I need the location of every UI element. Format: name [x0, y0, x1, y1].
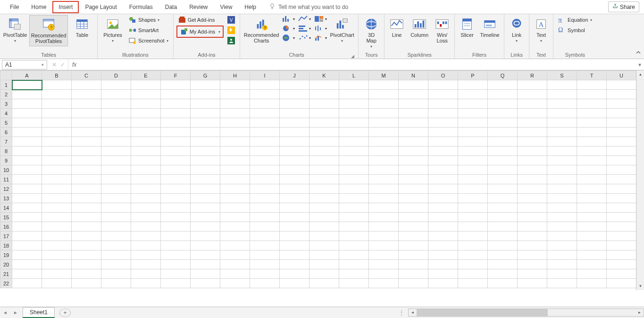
cell-K13[interactable] [309, 194, 339, 203]
cell-E9[interactable] [131, 156, 161, 165]
scroll-right-button[interactable]: ► [636, 309, 644, 317]
cell-C2[interactable] [72, 90, 101, 99]
cell-E16[interactable] [131, 222, 161, 232]
sheet-nav-next[interactable]: ► [10, 310, 21, 315]
cell-N3[interactable] [399, 99, 428, 109]
cell-O1[interactable] [428, 80, 458, 90]
cell-A2[interactable] [12, 90, 42, 99]
cell-D3[interactable] [101, 99, 131, 109]
cell-P7[interactable] [458, 137, 488, 146]
row-header-17[interactable]: 17 [0, 232, 12, 241]
cell-E7[interactable] [131, 137, 161, 146]
cell-Q20[interactable] [488, 260, 518, 269]
cell-P6[interactable] [458, 128, 488, 137]
cell-T14[interactable] [577, 203, 607, 213]
cell-H11[interactable] [220, 175, 250, 184]
cell-L11[interactable] [339, 175, 369, 184]
cell-L21[interactable] [339, 269, 369, 279]
cell-T15[interactable] [577, 213, 607, 222]
cell-I22[interactable] [250, 279, 280, 288]
cell-A6[interactable] [12, 128, 42, 137]
cell-F9[interactable] [161, 156, 191, 165]
cell-R8[interactable] [518, 146, 547, 156]
tab-insert[interactable]: Insert [52, 1, 79, 13]
cell-O8[interactable] [428, 146, 458, 156]
text-button[interactable]: A Text ▾ [532, 15, 550, 45]
cell-C4[interactable] [72, 109, 101, 118]
cell-I9[interactable] [250, 156, 280, 165]
cell-C3[interactable] [72, 99, 101, 109]
cell-M10[interactable] [369, 165, 399, 175]
cell-O5[interactable] [428, 118, 458, 128]
row-header-3[interactable]: 3 [0, 99, 12, 109]
cell-K9[interactable] [309, 156, 339, 165]
cell-N18[interactable] [399, 241, 428, 250]
cell-G22[interactable] [191, 279, 220, 288]
cell-Q21[interactable] [488, 269, 518, 279]
cell-K10[interactable] [309, 165, 339, 175]
cell-C12[interactable] [72, 184, 101, 194]
cell-L7[interactable] [339, 137, 369, 146]
slicer-button[interactable]: Slicer [458, 15, 477, 40]
row-header-20[interactable]: 20 [0, 260, 12, 269]
cell-H2[interactable] [220, 90, 250, 99]
cell-P8[interactable] [458, 146, 488, 156]
cell-H17[interactable] [220, 232, 250, 241]
cell-R1[interactable] [518, 80, 547, 90]
col-header-C[interactable]: C [72, 71, 101, 80]
cell-T17[interactable] [577, 232, 607, 241]
cell-M21[interactable] [369, 269, 399, 279]
cell-D12[interactable] [101, 184, 131, 194]
sparkline-winloss-button[interactable]: Win/ Loss [433, 15, 452, 45]
cell-D21[interactable] [101, 269, 131, 279]
cell-F10[interactable] [161, 165, 191, 175]
cell-D8[interactable] [101, 146, 131, 156]
recommended-charts-button[interactable]: ? Recommended Charts [243, 15, 280, 45]
pivotchart-button[interactable]: PivotChart ▾ [329, 15, 355, 45]
cell-G17[interactable] [191, 232, 220, 241]
cell-E15[interactable] [131, 213, 161, 222]
cell-L16[interactable] [339, 222, 369, 232]
cell-I12[interactable] [250, 184, 280, 194]
cell-P10[interactable] [458, 165, 488, 175]
cell-P1[interactable] [458, 80, 488, 90]
cell-I19[interactable] [250, 250, 280, 260]
cell-B20[interactable] [42, 260, 72, 269]
cell-O12[interactable] [428, 184, 458, 194]
col-header-D[interactable]: D [101, 71, 131, 80]
cell-U19[interactable] [607, 250, 636, 260]
cell-O18[interactable] [428, 241, 458, 250]
cell-E11[interactable] [131, 175, 161, 184]
cell-A3[interactable] [12, 99, 42, 109]
cell-Q6[interactable] [488, 128, 518, 137]
cell-K12[interactable] [309, 184, 339, 194]
cancel-formula-button[interactable]: ✕ [52, 61, 57, 68]
cell-P9[interactable] [458, 156, 488, 165]
expand-formula-bar-button[interactable]: ▾ [636, 61, 644, 68]
row-header-22[interactable]: 22 [0, 279, 12, 288]
cell-M13[interactable] [369, 194, 399, 203]
row-header-15[interactable]: 15 [0, 213, 12, 222]
cell-A19[interactable] [12, 250, 42, 260]
tab-data[interactable]: Data [159, 1, 183, 13]
cell-K4[interactable] [309, 109, 339, 118]
cell-E13[interactable] [131, 194, 161, 203]
cell-U14[interactable] [607, 203, 636, 213]
link-button[interactable]: Link ▾ [507, 15, 526, 45]
cell-R9[interactable] [518, 156, 547, 165]
cell-T8[interactable] [577, 146, 607, 156]
cell-F21[interactable] [161, 269, 191, 279]
cell-L2[interactable] [339, 90, 369, 99]
cell-H3[interactable] [220, 99, 250, 109]
cell-J11[interactable] [280, 175, 309, 184]
cell-A5[interactable] [12, 118, 42, 128]
name-box[interactable]: A1 ▾ [2, 60, 47, 69]
cell-G21[interactable] [191, 269, 220, 279]
sparkline-column-button[interactable]: Column [408, 15, 431, 40]
cell-F4[interactable] [161, 109, 191, 118]
cell-S21[interactable] [547, 269, 577, 279]
cell-Q19[interactable] [488, 250, 518, 260]
tab-file[interactable]: File [4, 1, 25, 13]
tab-formulas[interactable]: Formulas [123, 1, 159, 13]
cell-J14[interactable] [280, 203, 309, 213]
